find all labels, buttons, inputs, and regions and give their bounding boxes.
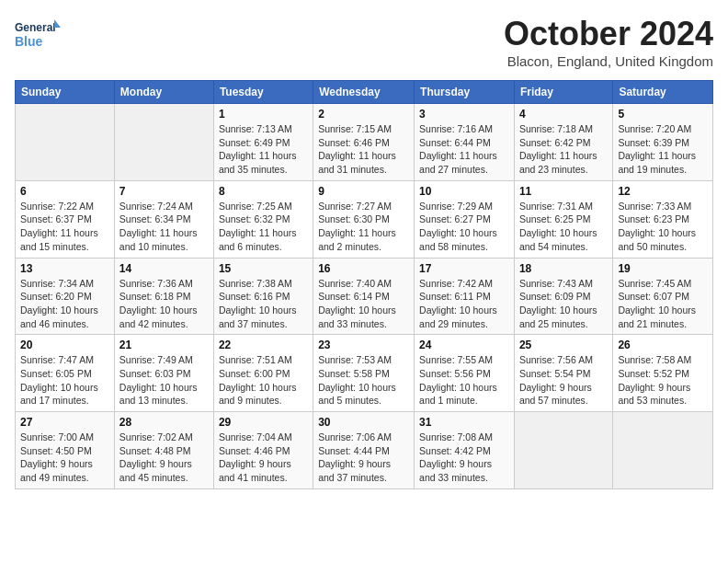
day-number: 20	[20, 339, 109, 351]
day-number: 2	[318, 108, 409, 121]
calendar-cell: 29Sunrise: 7:04 AM Sunset: 4:46 PM Dayli…	[213, 412, 313, 489]
weekday-header-monday: Monday	[114, 81, 213, 104]
calendar-cell: 25Sunrise: 7:56 AM Sunset: 5:54 PM Dayli…	[514, 335, 612, 412]
day-detail: Sunrise: 7:40 AM Sunset: 6:14 PM Dayligh…	[318, 277, 409, 331]
week-row-5: 27Sunrise: 7:00 AM Sunset: 4:50 PM Dayli…	[16, 412, 713, 489]
day-detail: Sunrise: 7:33 AM Sunset: 6:23 PM Dayligh…	[618, 200, 708, 254]
calendar-cell: 10Sunrise: 7:29 AM Sunset: 6:27 PM Dayli…	[415, 180, 515, 258]
calendar-cell: 17Sunrise: 7:42 AM Sunset: 6:11 PM Dayli…	[415, 258, 515, 335]
weekday-header-row: SundayMondayTuesdayWednesdayThursdayFrid…	[16, 81, 713, 104]
day-detail: Sunrise: 7:15 AM Sunset: 6:46 PM Dayligh…	[318, 122, 409, 177]
calendar-cell: 6Sunrise: 7:22 AM Sunset: 6:37 PM Daylig…	[16, 180, 115, 258]
day-number: 19	[618, 262, 708, 275]
day-number: 27	[20, 416, 109, 429]
day-number: 4	[519, 108, 608, 121]
calendar-cell: 21Sunrise: 7:49 AM Sunset: 6:03 PM Dayli…	[114, 335, 213, 412]
svg-text:Blue: Blue	[15, 34, 43, 49]
calendar-cell: 19Sunrise: 7:45 AM Sunset: 6:07 PM Dayli…	[613, 258, 713, 335]
day-number: 10	[419, 185, 509, 198]
calendar-cell: 24Sunrise: 7:55 AM Sunset: 5:56 PM Dayli…	[415, 335, 515, 412]
day-number: 11	[519, 185, 608, 198]
day-detail: Sunrise: 7:08 AM Sunset: 4:42 PM Dayligh…	[419, 431, 509, 485]
calendar-cell: 4Sunrise: 7:18 AM Sunset: 6:42 PM Daylig…	[514, 104, 612, 181]
day-detail: Sunrise: 7:56 AM Sunset: 5:54 PM Dayligh…	[519, 353, 608, 408]
week-row-3: 13Sunrise: 7:34 AM Sunset: 6:20 PM Dayli…	[16, 258, 713, 335]
calendar-cell: 27Sunrise: 7:00 AM Sunset: 4:50 PM Dayli…	[16, 412, 115, 489]
weekday-header-thursday: Thursday	[415, 81, 515, 104]
weekday-header-saturday: Saturday	[613, 81, 713, 104]
day-number: 5	[618, 108, 708, 121]
day-detail: Sunrise: 7:29 AM Sunset: 6:27 PM Dayligh…	[419, 200, 509, 254]
day-detail: Sunrise: 7:45 AM Sunset: 6:07 PM Dayligh…	[618, 277, 708, 331]
day-detail: Sunrise: 7:00 AM Sunset: 4:50 PM Dayligh…	[20, 431, 109, 485]
calendar-cell: 31Sunrise: 7:08 AM Sunset: 4:42 PM Dayli…	[415, 412, 515, 489]
day-detail: Sunrise: 7:42 AM Sunset: 6:11 PM Dayligh…	[419, 277, 509, 331]
calendar-cell: 14Sunrise: 7:36 AM Sunset: 6:18 PM Dayli…	[114, 258, 213, 335]
day-detail: Sunrise: 7:53 AM Sunset: 5:58 PM Dayligh…	[318, 353, 409, 408]
day-number: 13	[20, 262, 109, 275]
day-number: 16	[318, 262, 409, 275]
week-row-1: 1Sunrise: 7:13 AM Sunset: 6:49 PM Daylig…	[16, 104, 713, 181]
calendar-cell: 9Sunrise: 7:27 AM Sunset: 6:30 PM Daylig…	[313, 180, 415, 258]
calendar-cell: 8Sunrise: 7:25 AM Sunset: 6:32 PM Daylig…	[213, 180, 313, 258]
day-detail: Sunrise: 7:04 AM Sunset: 4:46 PM Dayligh…	[219, 431, 308, 485]
day-number: 18	[519, 262, 608, 275]
day-number: 3	[419, 108, 509, 121]
weekday-header-tuesday: Tuesday	[213, 81, 313, 104]
day-number: 8	[219, 185, 308, 198]
day-number: 26	[618, 339, 708, 351]
title-block: October 2024 Blacon, England, United Kin…	[504, 15, 713, 69]
day-number: 31	[419, 416, 509, 429]
day-detail: Sunrise: 7:51 AM Sunset: 6:00 PM Dayligh…	[219, 353, 308, 408]
calendar-cell: 30Sunrise: 7:06 AM Sunset: 4:44 PM Dayli…	[313, 412, 415, 489]
day-detail: Sunrise: 7:27 AM Sunset: 6:30 PM Dayligh…	[318, 200, 409, 254]
day-number: 30	[318, 416, 409, 429]
calendar-cell: 3Sunrise: 7:16 AM Sunset: 6:44 PM Daylig…	[415, 104, 515, 181]
calendar-cell: 1Sunrise: 7:13 AM Sunset: 6:49 PM Daylig…	[213, 104, 313, 181]
day-detail: Sunrise: 7:36 AM Sunset: 6:18 PM Dayligh…	[119, 277, 209, 331]
week-row-2: 6Sunrise: 7:22 AM Sunset: 6:37 PM Daylig…	[16, 180, 713, 258]
calendar-cell	[613, 412, 713, 489]
location: Blacon, England, United Kingdom	[504, 53, 713, 69]
calendar-cell: 28Sunrise: 7:02 AM Sunset: 4:48 PM Dayli…	[114, 412, 213, 489]
day-number: 9	[318, 185, 409, 198]
day-detail: Sunrise: 7:58 AM Sunset: 5:52 PM Dayligh…	[618, 353, 708, 408]
calendar-cell: 2Sunrise: 7:15 AM Sunset: 6:46 PM Daylig…	[313, 104, 415, 181]
weekday-header-sunday: Sunday	[16, 81, 115, 104]
day-detail: Sunrise: 7:20 AM Sunset: 6:39 PM Dayligh…	[618, 122, 708, 177]
calendar-cell: 18Sunrise: 7:43 AM Sunset: 6:09 PM Dayli…	[514, 258, 612, 335]
calendar-table: SundayMondayTuesdayWednesdayThursdayFrid…	[15, 80, 713, 489]
day-detail: Sunrise: 7:16 AM Sunset: 6:44 PM Dayligh…	[419, 122, 509, 177]
calendar-cell	[114, 104, 213, 181]
day-detail: Sunrise: 7:55 AM Sunset: 5:56 PM Dayligh…	[419, 353, 509, 408]
day-number: 17	[419, 262, 509, 275]
calendar-cell: 7Sunrise: 7:24 AM Sunset: 6:34 PM Daylig…	[114, 180, 213, 258]
day-detail: Sunrise: 7:34 AM Sunset: 6:20 PM Dayligh…	[20, 277, 109, 331]
day-detail: Sunrise: 7:13 AM Sunset: 6:49 PM Dayligh…	[219, 122, 308, 177]
day-detail: Sunrise: 7:38 AM Sunset: 6:16 PM Dayligh…	[219, 277, 308, 331]
svg-text:General: General	[15, 21, 56, 34]
day-number: 21	[119, 339, 209, 351]
page-header: General Blue October 2024 Blacon, Englan…	[15, 15, 713, 69]
day-detail: Sunrise: 7:24 AM Sunset: 6:34 PM Dayligh…	[119, 200, 209, 254]
svg-marker-2	[54, 19, 61, 28]
calendar-cell: 16Sunrise: 7:40 AM Sunset: 6:14 PM Dayli…	[313, 258, 415, 335]
day-number: 29	[219, 416, 308, 429]
day-detail: Sunrise: 7:31 AM Sunset: 6:25 PM Dayligh…	[519, 200, 608, 254]
day-detail: Sunrise: 7:49 AM Sunset: 6:03 PM Dayligh…	[119, 353, 209, 408]
calendar-cell: 5Sunrise: 7:20 AM Sunset: 6:39 PM Daylig…	[613, 104, 713, 181]
day-number: 23	[318, 339, 409, 351]
calendar-cell: 15Sunrise: 7:38 AM Sunset: 6:16 PM Dayli…	[213, 258, 313, 335]
calendar-cell	[514, 412, 612, 489]
calendar-cell: 12Sunrise: 7:33 AM Sunset: 6:23 PM Dayli…	[613, 180, 713, 258]
day-number: 24	[419, 339, 509, 351]
month-title: October 2024	[504, 15, 713, 53]
weekday-header-wednesday: Wednesday	[313, 81, 415, 104]
calendar-cell: 23Sunrise: 7:53 AM Sunset: 5:58 PM Dayli…	[313, 335, 415, 412]
logo-svg: General Blue	[15, 15, 61, 56]
day-detail: Sunrise: 7:47 AM Sunset: 6:05 PM Dayligh…	[20, 353, 109, 408]
calendar-cell: 22Sunrise: 7:51 AM Sunset: 6:00 PM Dayli…	[213, 335, 313, 412]
day-number: 15	[219, 262, 308, 275]
day-detail: Sunrise: 7:02 AM Sunset: 4:48 PM Dayligh…	[119, 431, 209, 485]
day-number: 22	[219, 339, 308, 351]
